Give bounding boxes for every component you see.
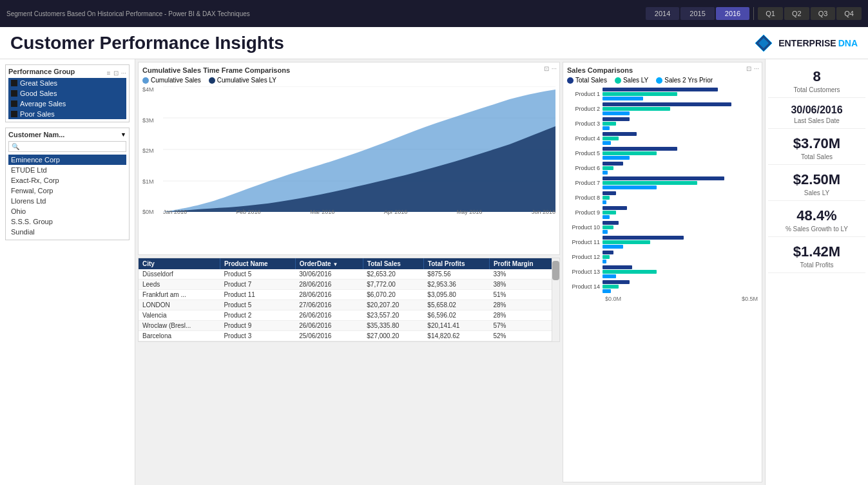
sort-icon[interactable]: ▼ xyxy=(333,262,338,267)
cumulative-chart-legend: Cumulative Sales Cumulative Sales LY xyxy=(142,77,555,84)
q1-button[interactable]: Q1 xyxy=(758,7,783,20)
customer-eminence[interactable]: Eminence Corp xyxy=(8,155,126,165)
good-sales-checkbox[interactable] xyxy=(11,90,17,97)
perf-group-great-sales[interactable]: Great Sales xyxy=(8,78,126,88)
bars-group xyxy=(603,102,758,115)
bar-chart-row: Product 10 xyxy=(567,221,758,234)
bar-total xyxy=(603,102,731,106)
year-filter-group: 2014 2015 2016 xyxy=(646,7,749,20)
great-sales-checkbox[interactable] xyxy=(11,80,17,86)
cell-margin: 51% xyxy=(489,290,559,300)
year-2015-button[interactable]: 2015 xyxy=(680,7,714,20)
bar-total xyxy=(603,236,684,240)
bar-chart-row: Product 13 xyxy=(567,265,758,278)
more-icon[interactable]: ··· xyxy=(552,65,557,72)
kpi-total-sales: $3.70M Total Sales xyxy=(768,131,865,165)
expand-icon[interactable]: ⊡ xyxy=(746,65,751,72)
kpi-sales-label: Total Sales xyxy=(771,153,863,160)
x-label-feb: Feb 2016 xyxy=(236,209,261,215)
cell-date: 26/06/2016 xyxy=(295,310,363,321)
bars-group xyxy=(603,147,758,160)
cell-profits: $20,141.41 xyxy=(423,321,489,331)
perf-group-good-sales[interactable]: Good Sales xyxy=(8,88,126,99)
more-options-icon[interactable]: ··· xyxy=(754,65,759,72)
customer-ohio[interactable]: Ohio xyxy=(8,206,126,216)
cell-profits: $2,953.36 xyxy=(423,280,489,290)
customer-sundial[interactable]: Sundial xyxy=(8,227,126,237)
scrollbar-thumb[interactable] xyxy=(552,261,559,280)
customer-search-box[interactable]: 🔍 xyxy=(8,141,126,152)
q4-button[interactable]: Q4 xyxy=(836,7,862,20)
bar-chart-row: Product 11 xyxy=(567,236,758,249)
focus-icon[interactable]: ⊡ xyxy=(544,65,549,72)
x-label-apr: Apr 2016 xyxy=(384,209,408,215)
bar-ly xyxy=(603,122,616,126)
bar-ly xyxy=(603,255,610,259)
legend-ly-dot2 xyxy=(615,77,621,84)
area-chart-svg xyxy=(163,86,555,212)
perf-group-average-sales[interactable]: Average Sales xyxy=(8,99,126,109)
legend-cumulative-dot xyxy=(142,77,149,84)
bar-ly xyxy=(603,225,613,229)
average-sales-checkbox[interactable] xyxy=(11,100,17,107)
cell-sales: $35,335.80 xyxy=(363,321,423,331)
kpi-last-date: 30/06/2016 Last Sales Date xyxy=(768,100,865,129)
bar-x-0: $0.0M xyxy=(605,296,621,302)
performance-group-section: Performance Group ≡ ⊡ ··· Great Sales Go… xyxy=(5,64,130,122)
year-2016-button[interactable]: 2016 xyxy=(716,7,749,20)
cell-date: 30/06/2016 xyxy=(295,269,363,280)
customer-exactrx[interactable]: Exact-Rx, Corp xyxy=(8,175,126,185)
kpi-date-label: Last Sales Date xyxy=(771,117,863,124)
customer-header: Customer Nam... ▼ xyxy=(8,131,126,138)
kpi-sales-ly-label: Sales LY xyxy=(771,189,863,196)
bar-ly xyxy=(603,211,616,214)
header: Customer Performance Insights ENTERPRISE… xyxy=(0,27,868,59)
bar-label: Product 10 xyxy=(567,224,603,231)
col-sales: Total Sales xyxy=(363,258,423,269)
table-scrollbar[interactable] xyxy=(552,258,559,341)
customer-sss[interactable]: S.S.S. Group xyxy=(8,216,126,227)
y-label-2m: $2M xyxy=(142,147,160,154)
year-2014-button[interactable]: 2014 xyxy=(646,7,679,20)
bar-label: Product 8 xyxy=(567,195,603,201)
bar-ly xyxy=(603,137,619,140)
cell-sales: $6,070.20 xyxy=(363,290,423,300)
cell-city: Barcelona xyxy=(139,331,220,341)
bar-label: Product 12 xyxy=(567,254,603,260)
kpi-growth-value: 48.4% xyxy=(771,207,863,224)
table-row: Valencia Product 2 26/06/2016 $23,557.20… xyxy=(139,310,559,321)
top-bar: Segment Customers Based On Historical Pe… xyxy=(0,0,868,27)
table-wrapper: City Product Name OrderDate ▼ Total Sale… xyxy=(139,258,559,341)
bars-group xyxy=(603,162,758,175)
q2-button[interactable]: Q2 xyxy=(784,7,809,20)
bar-chart-row: Product 8 xyxy=(567,191,758,204)
left-panel: Performance Group ≡ ⊡ ··· Great Sales Go… xyxy=(0,59,135,485)
customer-search-input[interactable] xyxy=(22,143,123,150)
cell-profits: $6,596.02 xyxy=(423,310,489,321)
cumulative-chart-title: Cumulative Sales Time Frame Comparisons xyxy=(142,66,555,74)
bar-chart-row: Product 9 xyxy=(567,206,758,219)
bars-group xyxy=(603,221,758,234)
bar-chart-row: Product 3 xyxy=(567,117,758,130)
customer-llorens[interactable]: Llorens Ltd xyxy=(8,196,126,206)
cell-product: Product 3 xyxy=(220,331,295,341)
legend-2yr-dot xyxy=(656,77,662,84)
kpi-growth: 48.4% % Sales Growth to LY xyxy=(768,204,865,237)
customer-etude[interactable]: ETUDE Ltd xyxy=(8,165,126,175)
quarter-filter-group: Q1 Q2 Q3 Q4 xyxy=(758,7,862,20)
bar-chart-row: Product 14 xyxy=(567,280,758,293)
kpi-date-value: 30/06/2016 xyxy=(771,104,863,116)
bar-label: Product 5 xyxy=(567,150,603,157)
sales-data-table: City Product Name OrderDate ▼ Total Sale… xyxy=(139,258,559,341)
kpi-sales-value: $3.70M xyxy=(771,135,863,152)
q3-button[interactable]: Q3 xyxy=(811,7,836,20)
bar-2yr xyxy=(603,141,611,145)
customer-fenwal[interactable]: Fenwal, Corp xyxy=(8,185,126,196)
chevron-down-icon[interactable]: ▼ xyxy=(121,131,126,138)
panel-icon-3: ··· xyxy=(121,70,126,77)
cell-profits: $5,658.02 xyxy=(423,300,489,310)
poor-sales-checkbox[interactable] xyxy=(11,111,17,117)
perf-group-poor-sales[interactable]: Poor Sales xyxy=(8,109,126,119)
bar-ly xyxy=(603,270,657,274)
center-area: ⊡ ··· Cumulative Sales Time Frame Compar… xyxy=(135,59,563,485)
